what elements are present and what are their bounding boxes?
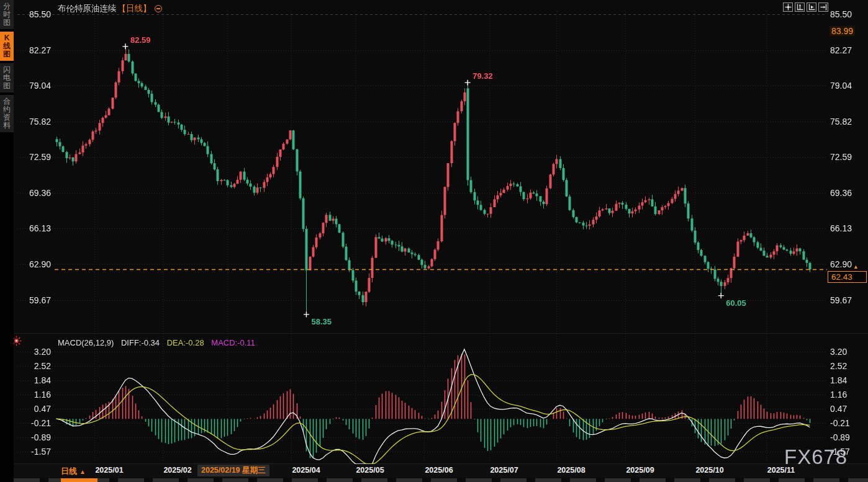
price-tick-left: 62.90	[17, 259, 51, 269]
price-tick-right: 69.36	[830, 188, 852, 198]
macd-bar-value: MACD:-0.11	[211, 338, 255, 347]
price-tick-right: 82.27	[830, 45, 852, 55]
price-tick-left: 85.50	[17, 9, 51, 19]
price-tick-right: 59.67	[830, 295, 852, 305]
price-tick-right: 85.50	[830, 9, 852, 19]
macd-tick-left: 3.20	[17, 347, 51, 357]
watermark: FX678	[784, 445, 848, 469]
month-label: 2025/01	[95, 466, 123, 475]
price-tick-right: 62.90	[830, 259, 852, 269]
pan-move-icon[interactable]	[783, 2, 793, 12]
price-up-arrow-icon: ▲	[853, 264, 859, 270]
time-axis: 日线▲ 2025/02/19 星期三 2025/012025/022025/04…	[14, 464, 868, 478]
crosshair-date-box: 2025/02/19 星期三	[197, 465, 269, 476]
macd-tick-right: 0.47	[830, 404, 847, 414]
month-label: 2025/10	[695, 466, 723, 475]
sidebar-tab-1[interactable]: K线图	[0, 32, 14, 61]
dropdown-up-arrow-icon: ▲	[79, 468, 86, 475]
price-tick-left: 75.82	[17, 117, 51, 127]
price-tick-right: 72.59	[830, 152, 852, 162]
macd-tick-left: -0.21	[17, 418, 51, 428]
scrollbar-thumb[interactable]	[61, 478, 97, 482]
page-title: 布伦特原油连续	[58, 3, 117, 14]
macd-tick-right: -0.21	[830, 418, 850, 428]
chart-canvas[interactable]	[0, 0, 868, 482]
macd-tick-right: -0.89	[830, 432, 850, 442]
month-label: 2025/05	[356, 466, 384, 475]
sidebar: 分时图K线图闪电图合约资料	[0, 0, 14, 482]
price-tick-right: 79.04	[830, 81, 852, 91]
macd-tick-right: 3.20	[830, 347, 847, 357]
macd-tick-left: 0.47	[17, 404, 51, 414]
sidebar-tab-3[interactable]: 合约资料	[0, 95, 14, 132]
month-label: 2025/07	[490, 466, 518, 475]
timeframe-label: 日线	[61, 466, 77, 476]
price-tick-left: 59.67	[17, 295, 51, 305]
price-tick-left: 69.36	[17, 188, 51, 198]
title-bar: 布伦特原油连续 【日线】	[58, 3, 162, 14]
price-tick-left: 66.13	[17, 223, 51, 233]
macd-diff-value: DIFF:-0.34	[121, 338, 160, 347]
price-tick-right: 66.13	[830, 223, 852, 233]
macd-tick-left: -1.57	[17, 447, 51, 457]
month-label: 2025/09	[626, 466, 654, 475]
month-label: 2025/02	[163, 466, 191, 475]
snap-right-icon[interactable]	[818, 2, 828, 12]
month-label: 2025/08	[557, 466, 585, 475]
axis-play-icon[interactable]	[807, 2, 816, 12]
sidebar-tab-0[interactable]: 分时图	[0, 0, 14, 29]
month-label: 2025/04	[292, 466, 320, 475]
macd-tick-right: 1.84	[830, 375, 847, 385]
timeframe-button[interactable]: 日线▲	[61, 466, 86, 477]
collapse-circle-icon[interactable]	[155, 5, 162, 12]
macd-tick-right: 2.52	[830, 361, 847, 371]
price-tick-left: 82.27	[17, 45, 51, 55]
macd-tick-left: -0.89	[17, 432, 51, 442]
chart-toolbar	[783, 2, 828, 12]
sidebar-tab-2[interactable]: 闪电图	[0, 63, 14, 92]
chart-app: 分时图K线图闪电图合约资料 布伦特原油连续 【日线】	[0, 0, 868, 482]
axis-zoom-up-icon[interactable]	[795, 2, 805, 12]
price-tick-left: 72.59	[17, 152, 51, 162]
macd-tick-left: 1.84	[17, 375, 51, 385]
chart-scrollbar[interactable]	[14, 478, 868, 482]
macd-tick-left: 2.52	[17, 361, 51, 371]
alert-price-label: 83.99	[830, 26, 855, 36]
price-tick-left: 79.04	[17, 81, 51, 91]
macd-indicator-header[interactable]: MACD(26,12,9) DIFF:-0.34 DEA:-0.28 MACD:…	[58, 338, 260, 347]
macd-name: MACD(26,12,9)	[58, 338, 114, 347]
macd-tick-left: 1.16	[17, 390, 51, 399]
macd-tick-right: 1.16	[830, 390, 847, 399]
month-label: 2025/06	[425, 466, 453, 475]
period-tag: 【日线】	[118, 3, 151, 14]
macd-dea-value: DEA:-0.28	[167, 338, 204, 347]
last-price-box: 62.43	[828, 271, 867, 283]
price-tick-right: 75.82	[830, 117, 852, 127]
